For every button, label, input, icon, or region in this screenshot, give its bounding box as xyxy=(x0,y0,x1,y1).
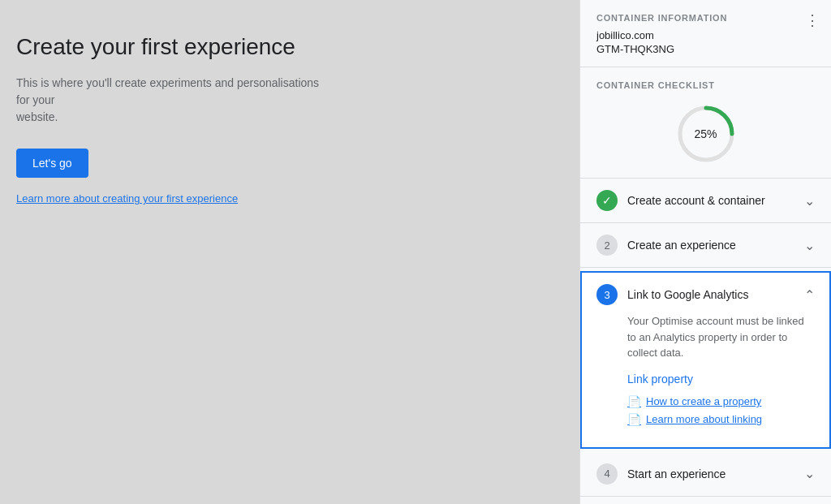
step-badge-3: 3 xyxy=(596,284,618,305)
expanded-description-3: Your Optimise account must be linked to … xyxy=(627,313,815,361)
doc-link-1[interactable]: 📄 How to create a property xyxy=(627,395,815,408)
step-title-4: Start an experience xyxy=(627,467,804,480)
more-options-icon[interactable]: ⋮ xyxy=(805,11,820,29)
checklist-section: CONTAINER CHECKLIST 25% xyxy=(580,67,831,179)
chevron-icon-3: ⌃ xyxy=(804,287,815,303)
checkmark-icon: ✓ xyxy=(602,194,612,207)
step-title-1: Create account & container xyxy=(627,194,804,207)
doc-icon-2: 📄 xyxy=(627,413,641,426)
chevron-icon-2: ⌄ xyxy=(804,238,815,253)
progress-ring-container: 25% xyxy=(596,101,815,166)
checklist-item-3[interactable]: 3 Link to Google Analytics ⌃ Your Optimi… xyxy=(580,271,831,449)
checklist-item-4-header: 4 Start an experience ⌄ xyxy=(596,463,815,485)
step-badge-2: 2 xyxy=(596,235,618,256)
chevron-icon-4: ⌄ xyxy=(804,466,815,481)
progress-ring: 25% xyxy=(674,101,738,166)
step-number-4: 4 xyxy=(604,467,609,480)
container-domain: jobillico.com xyxy=(596,29,815,41)
checklist-label: CONTAINER CHECKLIST xyxy=(596,80,715,90)
step-badge-4: 4 xyxy=(596,463,618,485)
checklist-item-1[interactable]: ✓ Create account & container ⌄ xyxy=(580,179,831,223)
chevron-icon-1: ⌄ xyxy=(804,193,815,209)
checklist-item-4[interactable]: 4 Start an experience ⌄ xyxy=(580,452,831,497)
page-title: Create your first experience xyxy=(16,32,547,62)
learn-more-link[interactable]: Learn more about creating your first exp… xyxy=(16,192,547,205)
container-info-label: CONTAINER INFORMATION xyxy=(596,13,815,23)
checklist-item-2[interactable]: 2 Create an experience ⌄ xyxy=(580,223,831,268)
container-info-section: CONTAINER INFORMATION jobillico.com GTM-… xyxy=(580,0,831,67)
doc-icon-1: 📄 xyxy=(627,395,641,408)
checklist-item-2-header: 2 Create an experience ⌄ xyxy=(596,235,815,256)
container-id: GTM-THQK3NG xyxy=(596,43,815,55)
link-property-button[interactable]: Link property xyxy=(627,373,815,386)
expanded-content-3: Your Optimise account must be linked to … xyxy=(596,305,815,436)
progress-label: 25% xyxy=(694,127,717,140)
left-panel: Create your first experience This is whe… xyxy=(0,0,579,504)
step-title-3: Link to Google Analytics xyxy=(627,288,804,301)
step-title-2: Create an experience xyxy=(627,239,804,252)
step-number-3: 3 xyxy=(604,289,609,301)
checklist-items: ✓ Create account & container ⌄ 2 Create … xyxy=(580,179,831,497)
page-subtitle: This is where you'll create experiments … xyxy=(16,75,325,126)
step-number-2: 2 xyxy=(604,239,609,252)
lets-go-button[interactable]: Let's go xyxy=(16,149,88,178)
step-badge-1: ✓ xyxy=(596,190,618,211)
right-panel: CONTAINER INFORMATION jobillico.com GTM-… xyxy=(579,0,831,504)
checklist-item-1-header: ✓ Create account & container ⌄ xyxy=(596,190,815,211)
doc-link-2[interactable]: 📄 Learn more about linking xyxy=(627,413,815,426)
checklist-item-3-header: 3 Link to Google Analytics ⌃ xyxy=(596,284,815,305)
